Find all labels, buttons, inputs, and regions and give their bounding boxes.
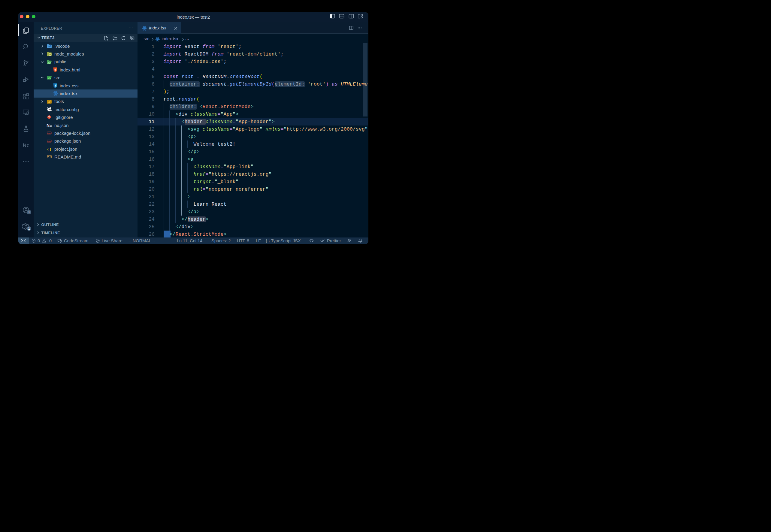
svg-text:npm: npm [47,132,51,134]
svg-text:3: 3 [54,84,56,87]
svg-text:5: 5 [54,68,56,71]
svg-text:N: N [47,123,50,128]
svg-text:{ }: { } [47,147,52,151]
svg-text:</>: </> [47,77,51,80]
svg-text:npm: npm [47,140,51,142]
svg-text:JS: JS [49,53,51,55]
